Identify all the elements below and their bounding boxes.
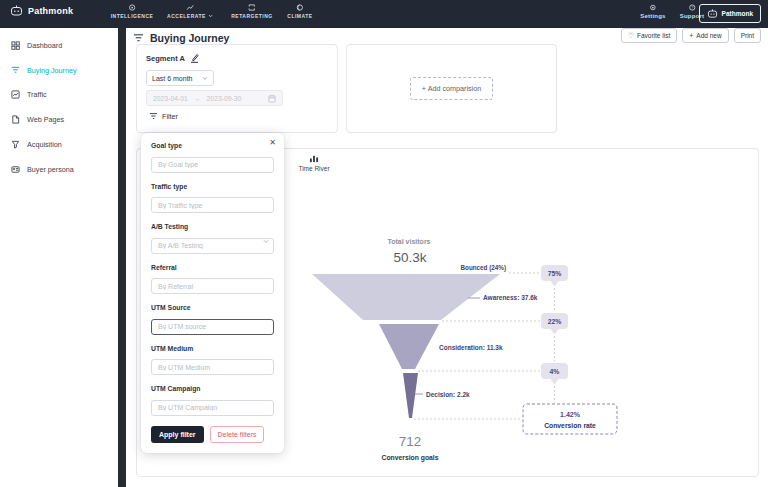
goal-type-input[interactable] xyxy=(151,157,274,173)
decision-label: Decision: 2.2k xyxy=(426,391,470,398)
traffic-icon xyxy=(11,90,20,99)
bar-chart-icon xyxy=(309,154,319,163)
conversion-rate-value: 1.42% xyxy=(560,411,581,418)
filter-button-label: Filter xyxy=(162,112,178,121)
filter-button[interactable]: Filter xyxy=(146,112,328,121)
nav-item-label: ACCELERATE xyxy=(167,13,206,19)
sidebar-item-label: Acquisition xyxy=(27,140,62,149)
traffic-type-input[interactable] xyxy=(151,197,274,213)
date-range-input[interactable]: 2023-04-01 → 2023-09-30 xyxy=(146,90,283,106)
nav-item-retargeting[interactable]: RETARGETING xyxy=(231,4,273,19)
sidebar-item-label: Dashboard xyxy=(27,41,62,50)
svg-text:75%: 75% xyxy=(548,270,562,277)
rate-badge-4: 4% xyxy=(541,363,568,385)
awareness-label: Awareness: 37.6k xyxy=(483,294,538,301)
nav-item-accelerate[interactable]: ACCELERATE xyxy=(167,4,213,19)
chevron-down-icon xyxy=(208,14,213,18)
sidebar-item-traffic[interactable]: Traffic xyxy=(0,83,118,108)
filter-field-utm-medium: UTM Medium xyxy=(151,345,274,376)
persona-icon xyxy=(11,165,20,174)
app-window: Pathmonk INTELLIGENCE ACCELERATE RETARGE… xyxy=(0,0,768,487)
field-label: Goal type xyxy=(151,142,274,149)
retargeting-icon xyxy=(249,4,256,11)
sidebar-item-web-pages[interactable]: Web Pages xyxy=(0,107,118,132)
question-icon: ? xyxy=(689,4,696,11)
brand-logo[interactable]: Pathmonk xyxy=(10,5,73,16)
nav-item-label: RETARGETING xyxy=(231,13,273,19)
print-button[interactable]: Print xyxy=(734,28,761,43)
chevron-down-icon xyxy=(202,76,208,81)
nav-item-label: INTELLIGENCE xyxy=(111,13,154,19)
funnel-stage-consideration[interactable] xyxy=(379,324,439,369)
sidebar-item-label: Buying Journey xyxy=(27,66,77,75)
nav-item-climate[interactable]: CLIMATE xyxy=(287,4,312,19)
page-title: Buying Journey xyxy=(133,32,229,44)
gear-icon xyxy=(650,4,657,11)
favorite-list-label: Favorite list xyxy=(637,32,670,39)
tab-time-river[interactable]: Time River xyxy=(288,154,340,172)
conversion-rate-box: 1.42% Conversion rate xyxy=(523,404,617,434)
account-button-label: Pathmonk xyxy=(722,10,753,17)
filter-field-traffic-type: Traffic type xyxy=(151,183,274,214)
funnel-stage-awareness[interactable] xyxy=(312,274,500,320)
add-new-button[interactable]: + Add new xyxy=(682,28,728,43)
nav-item-settings[interactable]: Settings xyxy=(640,4,665,19)
utm-medium-input[interactable] xyxy=(151,359,274,375)
sidebar-item-acquisition[interactable]: Acquisition xyxy=(0,132,118,157)
sidebar-item-buyer-persona[interactable]: Buyer persona xyxy=(0,157,118,182)
filter-field-utm-campaign: UTM Campaign xyxy=(151,385,274,416)
main-content: Buying Journey ♡ Favorite list + Add new… xyxy=(126,28,768,487)
field-label: Traffic type xyxy=(151,183,274,190)
close-icon[interactable]: ✕ xyxy=(269,139,276,147)
field-label: UTM Campaign xyxy=(151,385,274,392)
referral-input[interactable] xyxy=(151,278,274,294)
funnel-stage-decision[interactable] xyxy=(403,373,418,418)
sidebar-divider xyxy=(118,28,126,487)
sidebar-item-label: Web Pages xyxy=(27,115,64,124)
conversion-goals-value: 712 xyxy=(399,434,422,449)
dashboard-icon xyxy=(11,41,20,50)
ab-testing-select[interactable] xyxy=(151,238,274,254)
field-label: Referral xyxy=(151,264,274,271)
calendar-icon xyxy=(268,94,276,103)
total-visitors-value: 50.3k xyxy=(393,250,426,265)
print-label: Print xyxy=(741,32,754,39)
edit-pencil-icon[interactable] xyxy=(190,53,199,63)
utm-campaign-input[interactable] xyxy=(151,400,274,416)
total-visitors-label: Total visitors xyxy=(387,238,430,245)
nav-item-label: Settings xyxy=(640,13,665,19)
nav-item-label: CLIMATE xyxy=(287,13,312,19)
filter-popup: ✕ Goal type Traffic type A/B Testing Ref… xyxy=(141,133,284,453)
filter-field-ab-testing: A/B Testing xyxy=(151,223,274,254)
delete-filters-button[interactable]: Delete filters xyxy=(210,426,265,443)
conversion-goals-label: Conversion goals xyxy=(381,454,438,462)
segment-name: Segment A xyxy=(146,54,185,63)
date-range-select-value: Last 6 month xyxy=(152,75,192,82)
field-label: UTM Medium xyxy=(151,345,274,352)
chevron-down-icon xyxy=(263,239,269,244)
sidebar-item-buying-journey[interactable]: Buying Journey xyxy=(0,58,118,83)
pages-icon xyxy=(11,115,20,124)
add-comparison-button[interactable]: + Add comparision xyxy=(410,77,493,100)
accelerate-icon xyxy=(186,4,194,11)
date-start-value: 2023-04-01 xyxy=(153,95,188,102)
acquisition-icon xyxy=(11,140,20,149)
svg-text:4%: 4% xyxy=(550,368,560,375)
robot-icon xyxy=(707,9,718,18)
brand-name: Pathmonk xyxy=(28,6,73,16)
climate-icon xyxy=(296,4,303,11)
heart-icon: ♡ xyxy=(628,32,634,39)
date-range-select[interactable]: Last 6 month xyxy=(146,70,214,86)
favorite-list-button[interactable]: ♡ Favorite list xyxy=(621,28,678,43)
header-actions: ♡ Favorite list + Add new Print xyxy=(621,28,761,43)
utm-source-input[interactable] xyxy=(151,319,274,335)
svg-text:22%: 22% xyxy=(548,318,562,325)
pathmonk-account-button[interactable]: Pathmonk xyxy=(699,4,761,23)
nav-item-intelligence[interactable]: INTELLIGENCE xyxy=(111,4,154,19)
rate-badge-75: 75% xyxy=(541,265,568,287)
apply-filter-button[interactable]: Apply filter xyxy=(151,426,204,443)
filter-funnel-icon xyxy=(149,112,158,121)
filter-field-referral: Referral xyxy=(151,264,274,295)
filter-field-goal-type: Goal type xyxy=(151,142,274,173)
sidebar-item-dashboard[interactable]: Dashboard xyxy=(0,33,118,58)
